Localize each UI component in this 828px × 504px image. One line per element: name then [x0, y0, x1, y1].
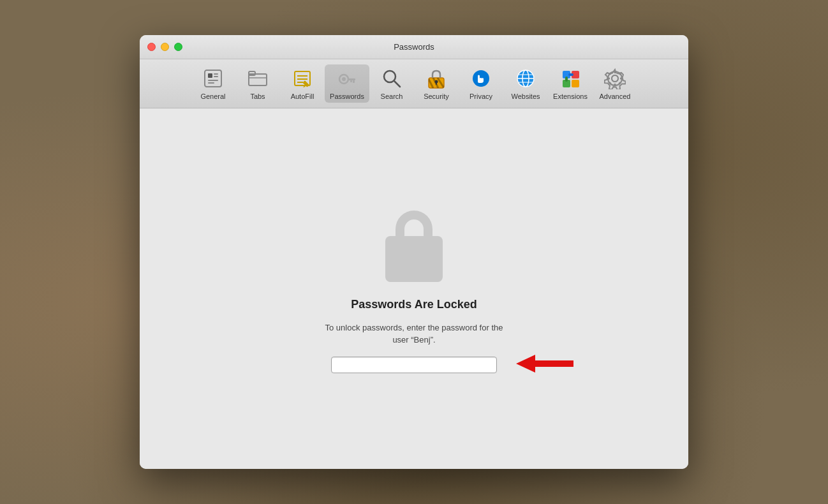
- passwords-icon: [336, 67, 359, 90]
- websites-icon: [514, 67, 537, 90]
- close-button[interactable]: [147, 43, 156, 51]
- svg-rect-3: [214, 76, 218, 77]
- security-icon: [425, 67, 448, 90]
- svg-rect-40: [572, 80, 579, 87]
- toolbar-item-passwords[interactable]: Passwords: [325, 64, 369, 103]
- arrow-indicator: [503, 352, 573, 378]
- traffic-lights: [147, 43, 182, 51]
- svg-point-45: [612, 75, 618, 82]
- passwords-label: Passwords: [330, 93, 364, 100]
- titlebar: Passwords: [140, 35, 688, 59]
- tabs-icon: [246, 67, 269, 90]
- search-label: Search: [381, 93, 403, 100]
- advanced-icon: [603, 67, 626, 90]
- maximize-button[interactable]: [174, 43, 182, 51]
- toolbar-item-websites[interactable]: Websites: [503, 64, 548, 103]
- toolbar-item-privacy[interactable]: Privacy: [459, 64, 503, 103]
- tabs-label: Tabs: [250, 93, 265, 100]
- toolbar-item-advanced[interactable]: Advanced: [593, 64, 637, 103]
- lock-icon: [376, 205, 452, 288]
- svg-rect-41: [568, 73, 573, 76]
- safari-preferences-window: Passwords General: [140, 35, 688, 469]
- general-label: General: [200, 93, 225, 100]
- svg-rect-0: [205, 70, 221, 87]
- main-content: Passwords Are Locked To unlock passwords…: [140, 108, 688, 469]
- search-icon: [380, 67, 403, 90]
- svg-point-16: [342, 77, 346, 81]
- svg-rect-13: [302, 80, 309, 87]
- toolbar-item-general[interactable]: General: [191, 64, 235, 103]
- svg-rect-29: [436, 82, 437, 85]
- autofill-label: AutoFill: [291, 93, 314, 100]
- toolbar-item-tabs[interactable]: Tabs: [235, 64, 280, 103]
- svg-rect-17: [348, 78, 355, 80]
- security-label: Security: [424, 93, 449, 100]
- svg-rect-2: [214, 73, 218, 75]
- svg-rect-46: [614, 71, 616, 73]
- websites-label: Websites: [511, 93, 540, 100]
- extensions-label: Extensions: [553, 93, 588, 100]
- svg-line-21: [394, 81, 400, 87]
- svg-rect-1: [208, 73, 212, 78]
- locked-subtitle-line1: To unlock passwords, enter the password …: [325, 323, 503, 332]
- lock-shackle: [396, 211, 432, 236]
- privacy-icon: [469, 67, 492, 90]
- svg-rect-49: [620, 78, 623, 80]
- svg-rect-18: [353, 80, 355, 83]
- password-input[interactable]: [331, 357, 497, 373]
- locked-title: Passwords Are Locked: [351, 298, 477, 311]
- privacy-label: Privacy: [469, 93, 492, 100]
- advanced-label: Advanced: [600, 93, 631, 100]
- svg-marker-54: [516, 355, 573, 373]
- locked-subtitle: To unlock passwords, enter the password …: [325, 322, 503, 346]
- extensions-icon: [559, 67, 582, 90]
- svg-rect-42: [565, 77, 568, 82]
- svg-rect-4: [208, 80, 218, 81]
- toolbar-item-autofill[interactable]: AutoFill: [280, 64, 325, 103]
- password-row: [331, 357, 497, 373]
- minimize-button[interactable]: [161, 43, 169, 51]
- toolbar-item-security[interactable]: Security: [414, 64, 459, 103]
- svg-rect-48: [607, 78, 610, 80]
- svg-rect-47: [614, 84, 616, 86]
- toolbar-item-extensions[interactable]: Extensions: [548, 64, 593, 103]
- window-title: Passwords: [394, 42, 434, 52]
- locked-subtitle-line2: user “Benj”.: [392, 335, 435, 345]
- svg-rect-5: [208, 82, 214, 84]
- svg-rect-19: [350, 80, 352, 82]
- general-icon: [202, 67, 225, 90]
- toolbar-item-search[interactable]: Search: [369, 64, 414, 103]
- toolbar: General Tabs: [140, 59, 688, 108]
- lock-body: [385, 236, 443, 282]
- autofill-icon: [291, 67, 314, 90]
